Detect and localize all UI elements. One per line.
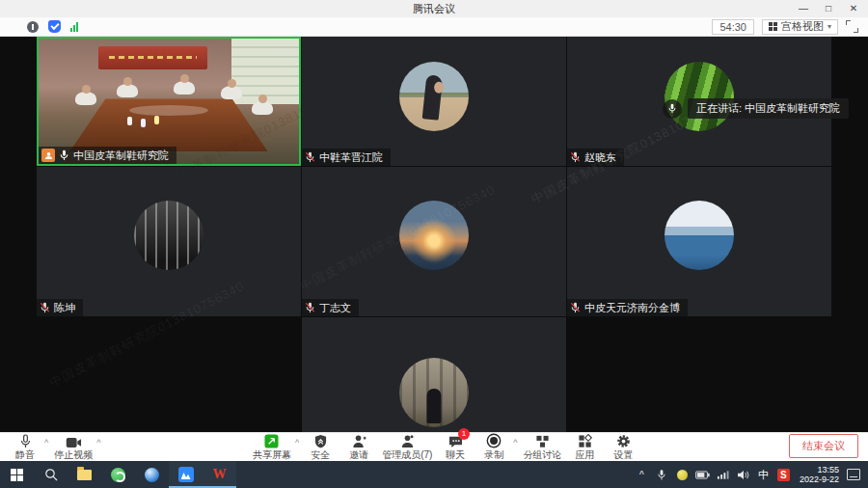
video-tile-meeting-room[interactable]: 中国皮革制鞋研究院 <box>37 37 301 166</box>
attendee-figure <box>75 92 96 105</box>
attendee-figure <box>174 81 195 95</box>
share-screen-icon <box>264 433 279 448</box>
windows-logo-icon <box>11 469 23 481</box>
video-options-chevron[interactable]: ^ <box>96 438 100 447</box>
mic-muted-icon <box>40 302 50 313</box>
participant-name: 赵晓东 <box>584 150 616 165</box>
avatar <box>134 201 203 270</box>
security-shield-icon <box>314 433 327 448</box>
system-tray: ^ <box>632 461 868 488</box>
mic-muted-icon <box>570 151 581 163</box>
browser-green-button[interactable] <box>101 461 135 488</box>
wps-icon: W <box>213 467 227 482</box>
participant-name-tag: 中鞋革晋江院 <box>302 149 391 166</box>
participant-name: 中皮天元济南分金博 <box>584 301 680 315</box>
participant-name-tag: 中皮天元济南分金博 <box>567 299 688 316</box>
video-tile[interactable]: 中皮天元济南分金博 <box>567 167 831 316</box>
record-button[interactable]: 录制 <box>475 433 513 460</box>
video-tile[interactable]: 陈坤 <box>37 167 301 316</box>
avatar <box>399 201 469 270</box>
mic-muted-icon <box>305 302 315 313</box>
participant-name: 中国皮革制鞋研究院 <box>73 149 169 163</box>
video-tile[interactable] <box>302 317 566 432</box>
apps-button[interactable]: 应用 <box>566 433 605 460</box>
meeting-statusbar: 54:30 宫格视图 ▾ <box>0 17 868 37</box>
end-meeting-button[interactable]: 结束会议 <box>789 434 858 458</box>
meeting-toolbar: 静音 ^ 停止视频 ^ 共享屏幕 ^ <box>0 432 868 461</box>
meeting-timer: 54:30 <box>712 19 754 35</box>
wps-taskbar-button[interactable]: W <box>203 461 236 488</box>
participant-name: 中鞋革晋江院 <box>319 150 383 165</box>
tray-mic-button[interactable] <box>652 461 672 488</box>
close-button[interactable]: ✕ <box>841 0 866 17</box>
volume-button[interactable] <box>733 461 753 488</box>
speaking-mic-icon <box>663 99 682 119</box>
layout-view-button[interactable]: 宫格视图 ▾ <box>762 19 838 35</box>
share-screen-button[interactable]: 共享屏幕 <box>249 433 295 460</box>
video-grid: 中国皮革制鞋研究院 中鞋革晋江院 <box>37 37 831 432</box>
members-icon <box>400 433 415 448</box>
browser-blue-button[interactable] <box>135 461 169 488</box>
video-tile[interactable]: 中鞋革晋江院 <box>302 37 566 166</box>
ime-indicator[interactable]: 中 <box>753 461 773 488</box>
minimize-button[interactable]: — <box>791 0 816 17</box>
network-signal-icon <box>717 470 729 480</box>
apps-icon <box>578 433 592 448</box>
video-tile[interactable]: 丁志文 <box>302 167 566 316</box>
conference-table <box>69 98 267 151</box>
mic-options-chevron[interactable]: ^ <box>44 438 48 447</box>
view-mode-label: 宫格视图 <box>781 19 824 34</box>
participant-name-tag: 赵晓东 <box>567 149 624 166</box>
mute-button[interactable]: 静音 <box>6 433 44 460</box>
security-button[interactable]: 安全 <box>301 433 339 460</box>
mic-muted-icon <box>305 151 315 163</box>
stop-video-button[interactable]: 停止视频 <box>50 433 96 460</box>
speaker-icon <box>737 470 749 480</box>
chevron-down-icon: ▾ <box>827 22 831 31</box>
battery-icon <box>695 471 710 479</box>
info-icon[interactable] <box>27 21 39 33</box>
network-button[interactable] <box>713 461 733 488</box>
chat-unread-badge: 1 <box>458 428 470 440</box>
meeting-security-shield-icon[interactable] <box>48 20 61 33</box>
attendee-figure <box>252 101 273 115</box>
file-explorer-button[interactable] <box>68 461 101 488</box>
clock-date: 2022-9-22 <box>800 474 839 484</box>
window-title: 腾讯会议 <box>413 2 455 16</box>
participant-name: 陈坤 <box>54 301 75 315</box>
avatar <box>665 62 734 131</box>
maximize-button[interactable]: □ <box>816 0 841 17</box>
tencent-meeting-taskbar-button[interactable] <box>169 461 203 488</box>
start-button[interactable] <box>0 461 34 488</box>
invite-button[interactable]: 邀请 <box>339 433 378 460</box>
grid-view-icon <box>769 22 777 31</box>
fullscreen-icon[interactable] <box>846 20 858 33</box>
battery-button[interactable] <box>692 461 713 488</box>
participant-name: 丁志文 <box>319 301 351 315</box>
clock-time: 13:55 <box>800 465 839 474</box>
participant-name-tag: 丁志文 <box>302 299 359 316</box>
record-options-chevron[interactable]: ^ <box>513 438 517 447</box>
red-banner <box>98 46 207 70</box>
gear-icon <box>616 433 631 448</box>
share-options-chevron[interactable]: ^ <box>295 438 299 447</box>
chevron-up-icon: ^ <box>639 470 644 480</box>
water-bottles <box>127 117 132 125</box>
folder-icon <box>77 470 92 480</box>
statusbar-left <box>27 20 78 33</box>
show-hidden-icons-button[interactable]: ^ <box>632 461 652 488</box>
taskbar-clock[interactable]: 13:55 2022-9-22 <box>794 465 845 484</box>
manage-members-button[interactable]: 管理成员(7) <box>378 433 436 460</box>
attendee-figure <box>221 86 242 99</box>
breakout-rooms-button[interactable]: 分组讨论 <box>520 433 566 460</box>
titlebar: 腾讯会议 — □ ✕ <box>0 0 868 17</box>
taskbar-search-button[interactable] <box>34 461 68 488</box>
tray-app-button[interactable] <box>672 461 692 488</box>
chat-button[interactable]: 1 聊天 <box>436 433 475 460</box>
host-badge-icon <box>41 149 55 162</box>
video-stage: 中国皮革制鞋研究院 中鞋革晋江院 <box>0 37 868 432</box>
settings-button[interactable]: 设置 <box>605 433 643 460</box>
action-center-icon[interactable] <box>847 469 860 480</box>
sogou-input-button[interactable]: S <box>773 461 794 488</box>
network-quality-icon[interactable] <box>70 21 78 32</box>
